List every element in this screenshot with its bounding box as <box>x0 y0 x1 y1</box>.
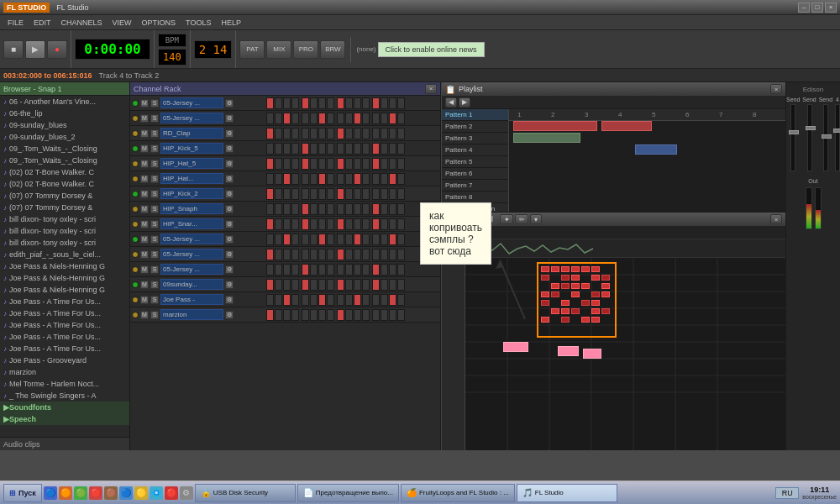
step-button[interactable] <box>291 97 299 109</box>
step-button[interactable] <box>397 309 405 321</box>
channel-mute[interactable]: M <box>140 265 149 274</box>
step-button[interactable] <box>389 128 396 139</box>
step-button[interactable] <box>362 158 370 170</box>
step-button[interactable] <box>302 113 309 124</box>
channel-rack-close[interactable]: × <box>425 84 437 94</box>
step-button[interactable] <box>362 173 370 185</box>
channel-mute[interactable]: M <box>140 99 149 108</box>
list-item[interactable]: ♪(02) 02 T-Bone Walker. C <box>0 166 129 178</box>
step-button[interactable] <box>354 97 361 109</box>
note-block[interactable] <box>561 283 570 289</box>
step-button[interactable] <box>389 218 396 230</box>
list-item[interactable]: ♪Mel Torme - Harlem Noct... <box>0 378 129 390</box>
note-block[interactable] <box>601 308 610 314</box>
step-button[interactable] <box>283 128 291 139</box>
browser-section-speech[interactable]: ▶ Speech <box>0 413 129 425</box>
list-item[interactable]: ♪Joe Pass - A Time For Us... <box>0 331 129 343</box>
list-item[interactable]: ♪_ The Swingle Singers - A <box>0 390 129 402</box>
step-button[interactable] <box>389 143 396 155</box>
step-button[interactable] <box>266 234 274 245</box>
step-button[interactable] <box>354 264 361 276</box>
piano-roll-close[interactable]: × <box>770 214 782 224</box>
step-button[interactable] <box>318 279 326 291</box>
note-block[interactable] <box>601 283 610 289</box>
step-button[interactable] <box>345 113 353 124</box>
step-button[interactable] <box>397 279 405 291</box>
taskbar-icon-10[interactable]: ⚙ <box>180 486 193 500</box>
taskbar-icon-6[interactable]: 🔵 <box>119 486 133 500</box>
step-button[interactable] <box>372 113 380 124</box>
taskbar-icon-9[interactable]: 🔴 <box>165 486 178 500</box>
step-button[interactable] <box>310 218 318 230</box>
step-button[interactable] <box>283 309 291 321</box>
step-button[interactable] <box>275 264 282 276</box>
menu-channels[interactable]: CHANNELS <box>57 18 107 28</box>
channel-solo[interactable]: S <box>150 311 159 319</box>
step-button[interactable] <box>397 143 405 155</box>
pattern-item-5[interactable]: Pattern 5 <box>442 156 508 168</box>
step-button[interactable] <box>266 128 274 139</box>
piano-roll-nav-down[interactable]: ▾ <box>530 214 542 224</box>
step-button[interactable] <box>283 294 291 306</box>
window-controls[interactable]: – □ × <box>798 3 837 13</box>
channel-led[interactable] <box>132 160 139 167</box>
step-button[interactable] <box>345 203 353 215</box>
list-item[interactable]: ♪Joe Pass & Niels-Henning G <box>0 260 129 272</box>
step-button[interactable] <box>266 173 274 185</box>
taskbar-icon-8[interactable]: 💠 <box>150 486 163 500</box>
step-button[interactable] <box>354 234 361 245</box>
step-button[interactable] <box>337 188 344 200</box>
channel-led[interactable] <box>132 312 139 318</box>
pattern-item-7[interactable]: Pattern 7 <box>442 180 508 192</box>
step-button[interactable] <box>302 218 309 230</box>
list-item[interactable]: ♪bill dixon- tony oxley - scri <box>0 213 129 225</box>
record-button[interactable]: ● <box>47 40 67 59</box>
channel-settings[interactable]: ⚙ <box>225 235 234 244</box>
language-button[interactable]: RU <box>775 487 799 499</box>
step-button[interactable] <box>337 294 344 306</box>
browser-button[interactable]: BRW <box>320 40 345 59</box>
channel-settings[interactable]: ⚙ <box>225 250 234 259</box>
step-button[interactable] <box>302 97 309 109</box>
pattern-item-8[interactable]: Pattern 8 <box>442 192 508 203</box>
step-button[interactable] <box>362 128 370 139</box>
list-item[interactable]: ♪Joe Pass - A Time For Us... <box>0 296 129 307</box>
step-button[interactable] <box>275 294 282 306</box>
taskbar-icon-5[interactable]: 🟤 <box>104 486 118 500</box>
step-button[interactable] <box>354 218 361 230</box>
channel-mute[interactable]: M <box>140 144 149 153</box>
channel-settings[interactable]: ⚙ <box>225 190 234 198</box>
piano-roll-tool-draw[interactable]: ✏ <box>515 214 528 224</box>
step-button[interactable] <box>362 113 370 124</box>
list-item[interactable]: ♪(02) 02 T-Bone Walker. C <box>0 178 129 190</box>
list-item[interactable]: ♪Joe Pass - A Time For Us... <box>0 343 129 354</box>
step-button[interactable] <box>381 113 388 124</box>
step-button[interactable] <box>275 234 282 245</box>
step-button[interactable] <box>327 158 334 170</box>
step-button[interactable] <box>275 143 282 155</box>
channel-mute[interactable]: M <box>140 205 149 213</box>
step-button[interactable] <box>302 294 309 306</box>
step-button[interactable] <box>266 279 274 291</box>
list-item[interactable]: ♪Joe Pass - A Time For Us... <box>0 319 129 331</box>
step-button[interactable] <box>381 234 388 245</box>
step-button[interactable] <box>275 203 282 215</box>
step-button[interactable] <box>345 249 353 260</box>
step-button[interactable] <box>397 188 405 200</box>
fader-handle-2[interactable] <box>806 126 816 130</box>
maximize-button[interactable]: □ <box>811 3 823 13</box>
step-button[interactable] <box>310 203 318 215</box>
step-button[interactable] <box>362 97 370 109</box>
step-button[interactable] <box>345 158 353 170</box>
step-button[interactable] <box>381 249 388 260</box>
step-button[interactable] <box>362 234 370 245</box>
step-button[interactable] <box>354 128 361 139</box>
note-block[interactable] <box>601 291 610 297</box>
step-button[interactable] <box>345 309 353 321</box>
step-button[interactable] <box>337 218 344 230</box>
step-button[interactable] <box>345 234 353 245</box>
step-button[interactable] <box>354 158 361 170</box>
step-button[interactable] <box>372 128 380 139</box>
step-button[interactable] <box>302 143 309 155</box>
taskbar-icon-7[interactable]: 🟡 <box>134 486 148 500</box>
